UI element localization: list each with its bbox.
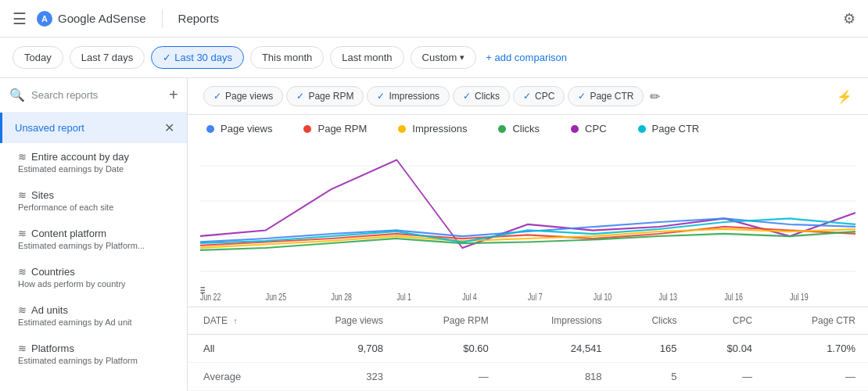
check-icon: ✓ xyxy=(463,91,471,102)
main-layout: 🔍 + Unsaved report ✕ ≋ Entire account by… xyxy=(0,78,868,391)
cell-clicks: 165 xyxy=(615,335,690,363)
legend-item-page-views: Page views xyxy=(206,123,272,135)
cell-page-views: 9,708 xyxy=(286,335,396,363)
page-title: Reports xyxy=(178,12,220,25)
col-header-date[interactable]: DATE ↑ xyxy=(188,307,286,335)
chip-label: Page CTR xyxy=(590,91,633,102)
sidebar-item-sites[interactable]: ≋ Sites Performance of each site ⋮ xyxy=(0,181,187,220)
last30-button[interactable]: Last 30 days xyxy=(151,46,244,69)
cell-impressions: 24,541 xyxy=(501,335,615,363)
svg-text:Jul 7: Jul 7 xyxy=(528,292,543,303)
chip-label: Clicks xyxy=(475,91,500,102)
svg-text:Jul 10: Jul 10 xyxy=(594,292,612,303)
chip-page-views[interactable]: ✓ Page views xyxy=(203,86,283,106)
chip-label: Page views xyxy=(225,91,273,102)
sidebar-item-subtitle: How ads perform by country xyxy=(18,279,162,289)
sidebar: 🔍 + Unsaved report ✕ ≋ Entire account by… xyxy=(0,78,188,391)
col-header-page-rpm[interactable]: Page RPM xyxy=(396,307,501,335)
cell-page-rpm: $0.60 xyxy=(396,335,501,363)
chip-clicks[interactable]: ✓ Clicks xyxy=(453,86,510,106)
custom-button[interactable]: Custom ▾ xyxy=(411,46,477,69)
cell-impressions: 818 xyxy=(501,363,615,391)
col-header-page-views[interactable]: Page views xyxy=(286,307,396,335)
adsense-logo-icon: A xyxy=(36,10,53,27)
sidebar-item-entire-account[interactable]: ≋ Entire account by day Estimated earnin… xyxy=(0,143,187,181)
sidebar-item-title: Platforms xyxy=(31,343,74,354)
sidebar-item-title: Entire account by day xyxy=(31,151,129,163)
sidebar-item-subtitle: Estimated earnings by Ad unit xyxy=(18,317,162,327)
sidebar-item-countries[interactable]: ≋ Countries How ads perform by country ⋮ xyxy=(0,258,187,296)
cell-cpc: $0.04 xyxy=(689,335,765,363)
cell-cpc: — xyxy=(689,363,765,391)
check-icon: ✓ xyxy=(296,91,304,102)
check-icon: ✓ xyxy=(213,91,221,102)
chip-page-rpm[interactable]: ✓ Page RPM xyxy=(286,86,364,106)
legend-dot xyxy=(638,125,646,133)
filter-chart-icon[interactable]: ⚡ xyxy=(837,89,852,104)
custom-dropdown-icon: ▾ xyxy=(460,52,464,63)
wavy-icon: ≋ xyxy=(18,304,27,316)
col-header-clicks[interactable]: Clicks xyxy=(615,307,690,335)
check-icon: ✓ xyxy=(578,91,586,102)
header-divider xyxy=(162,9,163,28)
sidebar-item-ad-units[interactable]: ≋ Ad units Estimated earnings by Ad unit… xyxy=(0,296,187,335)
edit-metrics-icon[interactable]: ✏ xyxy=(650,89,660,104)
unsaved-report-item[interactable]: Unsaved report ✕ xyxy=(0,113,187,143)
menu-icon[interactable]: ☰ xyxy=(13,9,27,28)
svg-text:≡: ≡ xyxy=(200,282,206,297)
chart-legend: Page views Page RPM Impressions Clicks C… xyxy=(188,115,868,142)
sidebar-item-title: Countries xyxy=(31,266,75,278)
search-input[interactable] xyxy=(31,89,163,101)
sidebar-item-content-platform[interactable]: ≋ Content platform Estimated earnings by… xyxy=(0,220,187,258)
chip-impressions[interactable]: ✓ Impressions xyxy=(367,86,450,106)
legend-label: Impressions xyxy=(412,123,467,135)
content-area: ✓ Page views ✓ Page RPM ✓ Impressions ✓ … xyxy=(188,78,868,391)
svg-text:Jun 25: Jun 25 xyxy=(266,292,286,303)
chip-label: Page RPM xyxy=(308,91,353,102)
wavy-icon: ≋ xyxy=(18,228,27,239)
legend-dot xyxy=(398,125,406,133)
table-header-row: DATE ↑ Page views Page RPM Impressions C… xyxy=(188,307,868,335)
col-header-impressions[interactable]: Impressions xyxy=(501,307,615,335)
last-month-button[interactable]: Last month xyxy=(330,46,404,69)
legend-dot xyxy=(206,125,214,133)
sidebar-item-title: Ad units xyxy=(31,304,68,316)
brand-name: Google AdSense xyxy=(58,12,146,25)
search-icon: 🔍 xyxy=(9,88,25,102)
legend-dot xyxy=(303,125,311,133)
cell-clicks: 5 xyxy=(615,363,690,391)
search-row: 🔍 + xyxy=(0,78,187,113)
col-header-page-ctr[interactable]: Page CTR xyxy=(765,307,868,335)
topbar: ☰ A Google AdSense Reports ⚙ xyxy=(0,0,868,38)
legend-item-page-rpm: Page RPM xyxy=(303,123,367,135)
check-icon: ✓ xyxy=(523,91,531,102)
svg-text:Jun 28: Jun 28 xyxy=(332,292,352,303)
add-report-button[interactable]: + xyxy=(169,86,178,104)
col-header-cpc[interactable]: CPC xyxy=(689,307,765,335)
chip-cpc[interactable]: ✓ CPC xyxy=(513,86,565,106)
wavy-icon: ≋ xyxy=(18,343,27,354)
metric-chips-bar: ✓ Page views ✓ Page RPM ✓ Impressions ✓ … xyxy=(188,78,868,115)
last7-button[interactable]: Last 7 days xyxy=(70,46,145,69)
close-unsaved-button[interactable]: ✕ xyxy=(164,120,174,135)
sidebar-item-title: Sites xyxy=(31,189,54,201)
sidebar-item-platforms[interactable]: ≋ Platforms Estimated earnings by Platfo… xyxy=(0,335,187,373)
chip-page-ctr[interactable]: ✓ Page CTR xyxy=(568,86,644,106)
cell-page-views: 323 xyxy=(286,363,396,391)
svg-text:Jul 4: Jul 4 xyxy=(462,292,477,303)
legend-dot xyxy=(498,125,506,133)
cell-label: All xyxy=(188,335,286,363)
legend-item-clicks: Clicks xyxy=(498,123,540,135)
today-button[interactable]: Today xyxy=(13,46,63,69)
this-month-button[interactable]: This month xyxy=(250,46,324,69)
chip-label: Impressions xyxy=(389,91,439,102)
settings-icon[interactable]: ⚙ xyxy=(843,10,855,27)
sort-icon: ↑ xyxy=(233,317,237,325)
svg-text:Jul 1: Jul 1 xyxy=(396,292,411,303)
unsaved-report-label: Unsaved report xyxy=(15,122,164,134)
svg-text:Jul 16: Jul 16 xyxy=(724,292,742,303)
data-table: DATE ↑ Page views Page RPM Impressions C… xyxy=(188,307,868,391)
svg-text:Jul 13: Jul 13 xyxy=(659,292,677,303)
add-comparison-button[interactable]: + add comparison xyxy=(486,52,567,63)
cell-page-ctr: — xyxy=(765,363,868,391)
